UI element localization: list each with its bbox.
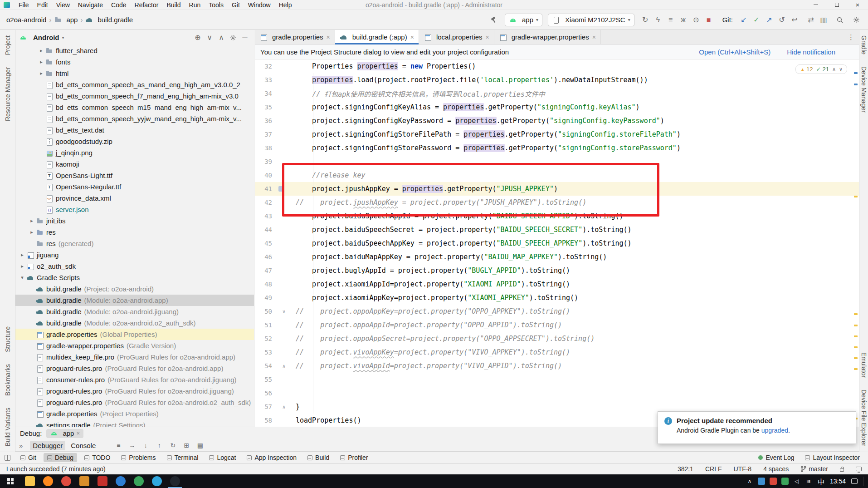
code-line[interactable]: 42// project.jpushAppKey = project.prope… — [255, 196, 859, 209]
tree-item[interactable]: build.gradle (Module: o2oa-android.app) — [15, 295, 254, 306]
status-widget[interactable]: CRLF — [705, 465, 722, 473]
code-line[interactable]: 44 project.baiduSpeechSecret = project.p… — [255, 223, 859, 237]
menu-item[interactable]: Window — [244, 1, 275, 9]
warning-stripe-mark[interactable] — [854, 357, 858, 359]
tree-item[interactable]: kaomoji — [15, 158, 254, 170]
line-number[interactable]: 37 — [255, 131, 272, 138]
code-line[interactable]: 51// project.oppoAppId=project.property(… — [255, 318, 859, 332]
show-desktop-button[interactable] — [863, 477, 865, 486]
tree-item[interactable]: ▸ jiguang — [15, 249, 254, 261]
breadcrumb-project[interactable]: o2oa-android — [6, 16, 46, 24]
tool-window-button[interactable]: Problems — [117, 453, 159, 462]
tree-item[interactable]: proguard-rules.pro (ProGuard Rules for o… — [15, 385, 254, 397]
tree-item[interactable]: ▸ fonts — [15, 56, 254, 68]
line-number[interactable]: 54 — [255, 362, 272, 370]
tool-window-stripe-item[interactable]: Project — [4, 35, 11, 55]
line-number[interactable]: 47 — [255, 267, 272, 274]
tool-window-stripe-item[interactable]: Resource Manager — [4, 67, 11, 121]
debug-subtab[interactable]: Console — [68, 441, 98, 450]
tree-item[interactable]: build.gradle (Module: o2oa-android.jigua… — [15, 306, 254, 317]
notification-popup[interactable]: i Project update recommended Android Gra… — [658, 411, 856, 444]
code-line[interactable]: 37 project.signingConfigStoreFilePath = … — [255, 128, 859, 141]
app-red-icon[interactable] — [61, 476, 71, 486]
tree-item[interactable]: multidex_keep_file.pro (ProGuard Rules f… — [15, 351, 254, 363]
firefox-icon[interactable] — [43, 476, 53, 486]
expand-all-icon[interactable]: ∨ — [204, 32, 215, 43]
input-language-indicator[interactable]: 中 — [818, 477, 824, 486]
commit-icon[interactable]: ✓ — [751, 15, 762, 25]
device-select[interactable]: Xiaomi M2102J2SC▾ — [548, 14, 634, 26]
expand-arrow-icon[interactable]: ▸ — [28, 218, 36, 224]
step-into-icon[interactable]: ↓ — [141, 441, 150, 450]
hide-notification-link[interactable]: Hide notification — [787, 48, 835, 56]
editor-tab[interactable]: gradle-wrapper.properties × — [494, 30, 601, 44]
code-line[interactable]: 38 project.signingConfigStorePassword = … — [255, 141, 859, 155]
tray-blue-icon[interactable] — [758, 478, 765, 485]
project-view-selector[interactable]: Android — [33, 34, 59, 41]
code-line[interactable]: 52// project.oppoAppSecret=project.prope… — [255, 332, 859, 345]
menu-item[interactable]: Run — [185, 1, 205, 9]
line-number[interactable]: 51 — [255, 321, 272, 329]
tree-item[interactable]: ▾ Gradle Scripts — [15, 272, 254, 283]
breadcrumb-file[interactable]: build.gradle — [85, 16, 133, 24]
menu-item[interactable]: Tools — [205, 1, 228, 9]
debug-subtab[interactable]: Debugger — [30, 441, 65, 450]
run-configuration-select[interactable]: app▾ — [505, 14, 542, 26]
expand-arrow-icon[interactable]: ▸ — [37, 70, 45, 76]
search-icon[interactable] — [834, 15, 845, 25]
app-amber-icon[interactable] — [79, 476, 89, 486]
code-line[interactable]: 46 project.baiduMapAppKey = project.prop… — [255, 250, 859, 264]
apply-changes-icon[interactable]: ϟ — [653, 15, 663, 25]
tool-window-stripe-item[interactable]: Structure — [4, 326, 11, 352]
tree-item[interactable]: consumer-rules.pro (ProGuard Rules for o… — [15, 374, 254, 385]
close-tab-icon[interactable]: × — [327, 34, 330, 41]
app-blue-icon[interactable] — [116, 476, 126, 486]
app-lightblue-icon[interactable] — [152, 476, 162, 486]
code-line[interactable]: 39 — [255, 155, 859, 168]
expand-arrow-icon[interactable]: ▸ — [28, 229, 36, 235]
open-project-structure-link[interactable]: Open (Ctrl+Alt+Shift+S) — [699, 48, 770, 56]
update-project-icon[interactable]: ↙ — [738, 15, 749, 25]
app-green-icon[interactable] — [134, 476, 144, 486]
code-line[interactable]: 50∨// project.oppoAppKey=project.propert… — [255, 305, 859, 318]
warning-stripe-mark[interactable] — [854, 325, 858, 326]
tree-item[interactable]: ▸ flutter_shared — [15, 45, 254, 56]
tool-window-button[interactable]: Event Log — [755, 453, 798, 462]
warning-stripe-mark[interactable] — [854, 196, 858, 197]
menu-item[interactable]: Help — [275, 1, 296, 9]
breadcrumb-app[interactable]: app — [54, 16, 78, 24]
screen-reader-icon[interactable] — [856, 467, 862, 471]
line-number[interactable]: 52 — [255, 335, 272, 342]
collapse-all-icon[interactable]: ∧ — [216, 32, 227, 43]
inspections-widget[interactable]: 12 21 ∧ ∨ — [795, 64, 847, 74]
prev-problem-icon[interactable]: ∧ — [832, 66, 836, 72]
tray-volume-icon[interactable]: ◁ — [793, 478, 800, 485]
settings-gear-icon[interactable] — [851, 15, 862, 25]
minimize-button[interactable] — [805, 0, 826, 10]
line-number[interactable]: 34 — [255, 90, 272, 97]
line-number[interactable]: 46 — [255, 253, 272, 261]
tree-item[interactable]: bd_etts_common_speech_m15_mand_eng_high_… — [15, 102, 254, 113]
tree-item[interactable]: province_data.xml — [15, 192, 254, 204]
tree-item[interactable]: build.gradle (Project: o2oa-android) — [15, 283, 254, 295]
editor-tab[interactable]: local.properties × — [419, 30, 494, 44]
tree-item[interactable]: bd_etts_text.dat — [15, 124, 254, 136]
expand-arrow-icon[interactable]: ▸ — [37, 48, 45, 54]
menu-item[interactable]: View — [52, 1, 74, 9]
close-tab-icon[interactable]: × — [486, 34, 489, 41]
push-icon[interactable]: ↗ — [764, 15, 775, 25]
tool-window-button[interactable]: Terminal — [163, 453, 202, 462]
warning-stripe-mark[interactable] — [854, 346, 858, 348]
hidden-tabs-icon[interactable]: » — [19, 442, 23, 449]
run-tasks-icon[interactable]: ≡ — [665, 15, 676, 25]
warning-stripe-mark[interactable] — [854, 335, 858, 337]
line-number[interactable]: 41 — [255, 185, 272, 192]
tree-item[interactable]: gradle-wrapper.properties (Gradle Versio… — [15, 340, 254, 351]
tree-item[interactable]: ▸ html — [15, 68, 254, 79]
tree-item[interactable]: bd_etts_common_speech_f7_mand_eng_high_a… — [15, 90, 254, 102]
menu-item[interactable]: Edit — [33, 1, 52, 9]
tray-network-icon[interactable]: ≋ — [805, 478, 812, 485]
line-number[interactable]: 40 — [255, 172, 272, 179]
status-widget[interactable]: UTF-8 — [733, 465, 751, 473]
code-line[interactable]: 34 // 打包apk使用的密钥文件相关信息，请填写到local.propert… — [255, 87, 859, 100]
